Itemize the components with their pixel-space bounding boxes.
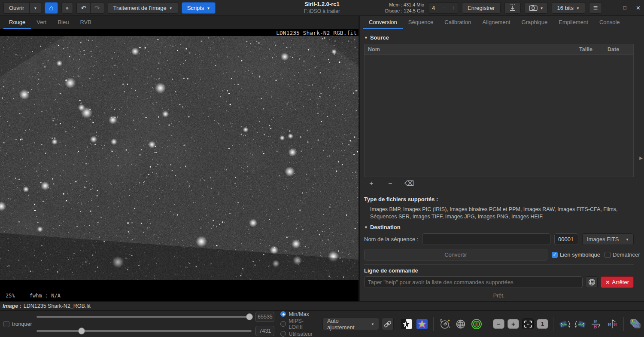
starfield-image[interactable] — [0, 36, 358, 280]
symlink-checkbox[interactable]: ✓ Lien symbolique — [552, 251, 600, 258]
high-level-value[interactable] — [255, 312, 274, 322]
add-files-button[interactable]: + — [367, 180, 376, 187]
open-recent-button[interactable]: ▼ — [29, 2, 41, 14]
bit-depth-dropdown[interactable]: 16 bits ▼ — [552, 2, 585, 14]
save-label: Enregistrer — [468, 5, 495, 11]
plus-icon[interactable]: + — [449, 4, 458, 11]
close-button[interactable]: ✕ — [636, 5, 641, 11]
scripts-menu[interactable]: Scripts ▼ — [182, 2, 216, 14]
image-viewport[interactable]: LDN1235 Shark-N2_RGB.fit 25% fwhm : N/A — [0, 29, 358, 301]
clear-list-button[interactable]: ⌫ — [404, 179, 414, 187]
tab-rouge[interactable]: Rouge — [3, 16, 31, 29]
resources-info: Mem : 431.4 Mio Disque : 124.5 Gio — [385, 2, 424, 14]
tab-sequence[interactable]: Séquence — [403, 16, 439, 29]
header-bar: Ouvrir ▼ ⌂ ● ↶ ↷ Traitement de l'image ▼… — [0, 0, 644, 16]
autostretch-dropdown[interactable]: Auto ajustement ▼ — [322, 318, 379, 330]
zoom-in-button[interactable]: + — [507, 319, 519, 329]
tab-conversion[interactable]: Conversion — [363, 16, 403, 29]
rotate-left-button[interactable] — [558, 318, 571, 330]
zoom-1to1-button[interactable]: 1 — [537, 319, 548, 329]
minimize-button[interactable]: ─ — [610, 5, 614, 11]
zoom-level: 25% — [6, 293, 15, 299]
redo-button[interactable]: ↷ — [90, 2, 104, 14]
column-taille[interactable]: Taille — [579, 46, 608, 52]
threads-input[interactable] — [428, 5, 440, 11]
convert-row: Convertir ✓ Lien symbolique Dématricer — [364, 249, 634, 260]
image-status-filename: LDN1235 Shark-N2_RGB.fit — [24, 303, 91, 309]
negative-view-button[interactable] — [400, 318, 413, 330]
save-as-button[interactable] — [504, 2, 521, 14]
remove-files-button[interactable]: − — [386, 180, 395, 187]
fit-to-window-button[interactable] — [522, 319, 534, 329]
undo-button[interactable]: ↶ — [76, 2, 90, 14]
radio-mips[interactable]: MIPS-LO/HI — [280, 318, 317, 330]
checkbox-unchecked-icon — [3, 321, 9, 327]
low-level-slider[interactable] — [36, 330, 252, 332]
sequence-name-label: Nom de la séquence : — [364, 236, 418, 242]
maximize-button[interactable]: □ — [623, 5, 626, 11]
view-toolbar: − + 1 — [400, 317, 641, 331]
file-list-body[interactable] — [365, 55, 633, 177]
tab-vert[interactable]: Vert — [31, 16, 52, 29]
output-format-dropdown[interactable]: Images FITS ▼ — [582, 233, 634, 245]
livestack-button[interactable]: ● — [61, 2, 73, 14]
panel-expand-arrow[interactable]: ▶ — [639, 156, 643, 160]
mirror-vertical-button[interactable]: R R — [590, 318, 603, 330]
high-level-slider[interactable] — [36, 316, 252, 318]
tab-alignement[interactable]: Alignement — [477, 16, 516, 29]
command-help-button[interactable] — [586, 276, 598, 288]
chevron-down-icon: ▼ — [576, 6, 580, 10]
convert-label: Convertir — [444, 251, 467, 258]
stop-button[interactable]: ✕ Arrêter — [601, 276, 634, 288]
globe-icon — [588, 279, 595, 286]
source-expander[interactable]: ▼ Source — [364, 34, 634, 41]
sequence-name-input[interactable] — [422, 233, 550, 245]
zoom-out-button[interactable]: − — [493, 319, 504, 329]
tab-calibration[interactable]: Calibration — [439, 16, 477, 29]
save-button[interactable]: Enregistrer — [462, 2, 501, 14]
divider — [553, 317, 553, 331]
minus-icon[interactable]: − — [440, 4, 449, 11]
slider-handle[interactable] — [78, 328, 85, 334]
mirror-horizontal-button[interactable]: R R — [606, 318, 619, 330]
astrometry-button[interactable] — [438, 318, 451, 330]
tab-rvb[interactable]: RVB — [74, 16, 97, 29]
one-to-one-label: 1 — [541, 321, 544, 327]
snapshot-button[interactable]: ▼ — [525, 2, 548, 14]
image-processing-menu[interactable]: Traitement de l'image ▼ — [108, 2, 178, 14]
radio-label: Min/Max — [289, 311, 309, 317]
check-icon: ✓ — [553, 252, 556, 257]
divider — [433, 317, 434, 331]
celestial-grid-button[interactable] — [454, 318, 467, 330]
threads-spinner[interactable]: − + — [428, 2, 458, 14]
photometry-target-icon — [471, 318, 483, 330]
link-channels-button[interactable] — [382, 318, 394, 330]
column-date[interactable]: Date — [608, 46, 633, 52]
command-input[interactable] — [364, 276, 583, 288]
radio-minmax[interactable]: Min/Max — [280, 311, 317, 317]
false-color-button[interactable] — [416, 318, 428, 330]
tab-console[interactable]: Console — [594, 16, 626, 29]
sequence-frames-button[interactable] — [629, 318, 641, 330]
tab-label: Bleu — [58, 19, 69, 25]
undo-icon: ↶ — [81, 5, 86, 11]
open-button[interactable]: Ouvrir — [3, 2, 29, 14]
low-level-value[interactable] — [255, 326, 274, 336]
rotate-left-icon — [558, 318, 571, 330]
truncate-checkbox[interactable]: tronquer — [3, 321, 32, 327]
tab-graphique[interactable]: Graphique — [516, 16, 553, 29]
hamburger-menu-button[interactable]: ≡ — [589, 2, 602, 14]
slider-handle[interactable] — [246, 313, 253, 320]
file-list-toolbar: + − ⌫ — [364, 177, 634, 190]
radio-utilisateur[interactable]: Utilisateur — [280, 331, 317, 337]
tab-bleu[interactable]: Bleu — [52, 16, 74, 29]
photometry-button[interactable] — [470, 318, 483, 330]
start-index-input[interactable] — [554, 233, 578, 245]
home-button[interactable]: ⌂ — [45, 2, 58, 14]
tab-empilement[interactable]: Empilement — [553, 16, 594, 29]
destination-expander[interactable]: ▼ Destination — [364, 224, 634, 230]
debayer-checkbox[interactable]: Dématricer — [605, 251, 640, 258]
column-nom[interactable]: Nom — [365, 46, 579, 52]
convert-button[interactable]: Convertir — [364, 249, 547, 260]
rotate-right-button[interactable] — [574, 318, 587, 330]
